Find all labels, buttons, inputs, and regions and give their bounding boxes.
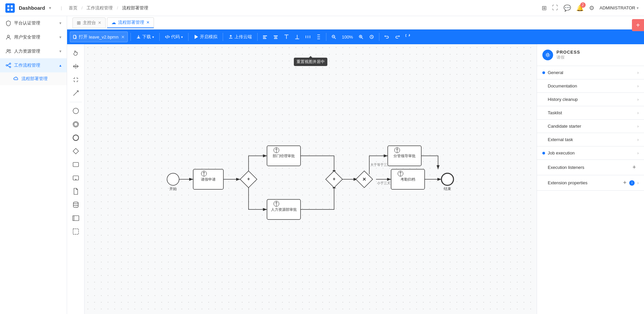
sidebar-item-workflow[interactable]: 工作流程管理 ▴ <box>0 58 67 72</box>
tab-main[interactable]: ⊞ 主控台 ✕ <box>72 17 106 28</box>
panel-section-general-header[interactable]: General › <box>537 66 644 79</box>
undo-btn[interactable] <box>382 32 391 42</box>
simulate-btn[interactable]: 开启模拟 <box>191 32 220 42</box>
align-center-btn[interactable] <box>271 32 280 42</box>
workflow-area: 打开 leave_v2.bpmn ✕ 下载 ▾ 代码 <box>67 29 644 314</box>
extension-properties-info[interactable]: i <box>629 180 635 186</box>
intermediate-event-tool[interactable] <box>70 118 82 130</box>
sidebar-sub-item-deploy[interactable]: 流程部署管理 <box>0 72 67 85</box>
app-title: Dashboard <box>19 5 45 11</box>
red-plus-button[interactable]: + <box>632 19 644 31</box>
breadcrumb-home[interactable]: 首页 <box>69 5 77 11</box>
breadcrumb-sep2: / <box>117 5 118 10</box>
reset-view-tooltip: 重置视图并居中 <box>294 58 327 66</box>
chat-icon[interactable]: 💬 <box>564 4 571 12</box>
start-event[interactable] <box>167 173 179 185</box>
sidebar-sub: 流程部署管理 <box>0 72 67 85</box>
file-name: leave_v2.bpmn <box>89 35 118 40</box>
hand-tool[interactable] <box>70 47 82 59</box>
end-event[interactable] <box>441 173 453 185</box>
align-top-btn[interactable] <box>282 32 291 42</box>
distribute-h-btn[interactable] <box>303 32 313 42</box>
pool-tool[interactable] <box>70 212 82 224</box>
panel-section-tasklist: Tasklist › <box>537 106 644 120</box>
panel-section-candidate-starter-header[interactable]: Candidate starter › <box>537 120 644 133</box>
svg-point-42 <box>73 135 78 141</box>
align-left-btn[interactable] <box>260 32 270 42</box>
panel-header: PROCESS 请假 <box>537 44 644 66</box>
data-object-tool[interactable] <box>70 185 82 197</box>
toolbar-sep2 <box>159 33 160 41</box>
general-dot <box>542 71 545 74</box>
file-close-icon[interactable]: ✕ <box>121 35 125 40</box>
svg-point-48 <box>73 202 78 204</box>
panel-section-external-task-header[interactable]: External task › <box>537 133 644 146</box>
extension-properties-plus[interactable]: + <box>623 179 627 186</box>
task-tool[interactable] <box>70 159 82 171</box>
end-event-tool[interactable] <box>70 132 82 144</box>
panel-section-documentation-header[interactable]: Documentation › <box>537 79 644 92</box>
sidebar-item-hr[interactable]: 人力资源管理 ▾ <box>0 44 67 58</box>
toolbar-sep4 <box>223 33 223 41</box>
sidebar-item-user[interactable]: 用户安全管理 ▾ <box>0 30 67 44</box>
tab-deploy[interactable]: ☁ 流程部署管理 ✕ <box>107 17 154 28</box>
workflow-editor-wrapper: 打开 leave_v2.bpmn ✕ 下载 ▾ 代码 <box>67 29 644 314</box>
panel-section-job-execution-header[interactable]: Job execution › <box>537 146 644 160</box>
svg-line-38 <box>73 91 78 96</box>
tasklist-arrow: › <box>637 111 639 115</box>
panel-section-tasklist-header[interactable]: Tasklist › <box>537 106 644 119</box>
svg-rect-17 <box>274 36 278 36</box>
tab-main-close[interactable]: ✕ <box>98 20 101 25</box>
gateway-tool[interactable] <box>70 145 82 157</box>
panel-section-extension-properties-header[interactable]: Extension properties + i › <box>537 175 644 190</box>
upload-btn[interactable]: 上传云端 <box>226 32 255 42</box>
toolbar-sep7 <box>379 33 379 41</box>
notification-badge[interactable]: 🔔 2 <box>576 4 584 12</box>
external-task-title: External task <box>542 137 637 142</box>
redo-btn[interactable] <box>393 32 402 42</box>
grid-icon[interactable]: ⊞ <box>542 4 547 12</box>
canvas-area[interactable]: 重置视图并居中 <box>85 44 537 314</box>
svg-point-6 <box>9 50 10 51</box>
align-bottom-btn[interactable] <box>292 32 302 42</box>
tab-main-label: 主控台 <box>83 20 96 26</box>
user-info[interactable]: ADMINISTRATOR ▾ <box>600 5 639 10</box>
data-store-tool[interactable] <box>70 199 82 211</box>
leave-apply-label: 请假申请 <box>201 177 216 181</box>
candidate-starter-arrow: › <box>637 124 639 129</box>
zoom-out-btn[interactable] <box>329 32 338 42</box>
end-label: 结束 <box>444 187 451 191</box>
sidebar-item-platform[interactable]: 平台认证管理 ▾ <box>0 16 67 30</box>
refresh-btn[interactable] <box>404 32 413 42</box>
upload-label: 上传云端 <box>234 34 252 40</box>
expand-icon[interactable]: ⛶ <box>552 4 558 11</box>
svg-point-7 <box>6 65 7 66</box>
svg-point-41 <box>74 123 77 126</box>
svg-rect-0 <box>7 5 9 7</box>
logo[interactable] <box>5 3 15 13</box>
distribute-v-btn[interactable] <box>314 32 323 42</box>
user-arrow: ▾ <box>637 6 639 10</box>
download-btn[interactable]: 下载 ▾ <box>133 32 157 42</box>
history-cleanup-title: History cleanup <box>542 97 637 102</box>
title-arrow[interactable]: ▾ <box>49 5 51 10</box>
tab-deploy-close[interactable]: ✕ <box>146 20 150 25</box>
panel-section-history-cleanup-header[interactable]: History cleanup › <box>537 93 644 106</box>
start-event-tool[interactable] <box>70 105 82 117</box>
code-btn[interactable]: 代码 ▾ <box>162 32 185 42</box>
panel-section-execution-listeners-header[interactable]: Execution listeners + <box>537 160 644 175</box>
gear-icon[interactable]: ⚙ <box>589 4 594 12</box>
lasso-tool[interactable] <box>70 74 82 86</box>
svg-text:+: + <box>333 176 335 182</box>
zoom-in-btn[interactable] <box>356 32 366 42</box>
expand-tool[interactable] <box>70 226 82 238</box>
execution-listeners-plus[interactable]: + <box>632 164 636 171</box>
file-open-btn[interactable]: 打开 leave_v2.bpmn ✕ <box>70 32 128 42</box>
breadcrumb-flow[interactable]: 工作流程管理 <box>87 5 113 11</box>
connect-tool[interactable] <box>70 87 82 99</box>
svg-rect-16 <box>263 38 266 39</box>
reset-view-btn[interactable] <box>367 32 376 42</box>
subprocess-tool[interactable] <box>70 172 82 184</box>
create-move-tool[interactable] <box>70 60 82 72</box>
panel-section-job-execution: Job execution › <box>537 146 644 160</box>
